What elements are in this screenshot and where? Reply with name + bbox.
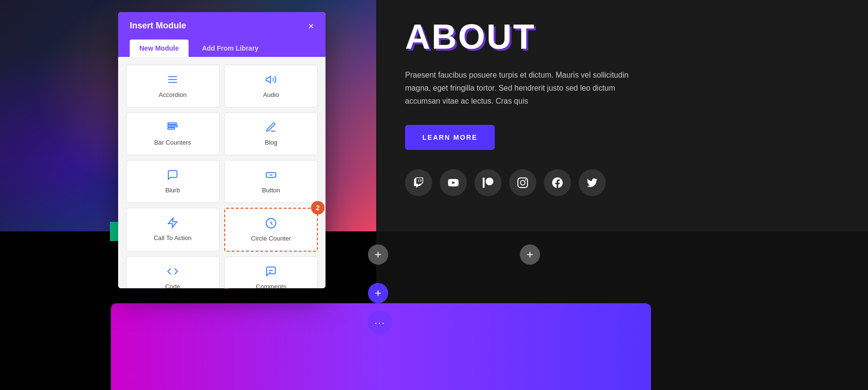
module-item-audio[interactable]: Audio <box>224 65 318 108</box>
module-item-code[interactable]: Code <box>126 256 219 288</box>
accordion-icon <box>167 74 178 87</box>
add-module-button-3[interactable]: + <box>520 244 540 265</box>
add-row-button[interactable]: + <box>368 283 388 303</box>
modal-close-button[interactable]: × <box>308 21 314 31</box>
social-icons-row <box>405 169 839 196</box>
svg-marker-8 <box>168 218 177 228</box>
circle-counter-label: Circle Counter <box>251 235 291 242</box>
tab-add-from-library[interactable]: Add From Library <box>192 40 268 57</box>
code-icon <box>167 266 178 279</box>
tab-new-module[interactable]: New Module <box>130 40 189 57</box>
comments-label: Comments <box>256 283 286 288</box>
twitch-icon[interactable] <box>405 169 432 196</box>
code-label: Code <box>165 283 180 288</box>
more-options-button[interactable]: ··· <box>368 310 392 335</box>
audio-icon <box>265 74 277 87</box>
facebook-icon[interactable] <box>544 169 571 196</box>
button-icon <box>265 169 277 183</box>
button-label: Button <box>262 187 280 194</box>
accordion-label: Accordion <box>159 91 187 98</box>
module-item-circle-counter-wrapper: Circle Counter 2 <box>224 208 318 252</box>
right-content-area: ABOUT Praesent faucibus posuere turpis e… <box>376 0 868 231</box>
circle-counter-badge: 2 <box>311 201 325 215</box>
modal-body: Accordion Audio Bar Counters <box>118 57 326 288</box>
blog-icon <box>265 121 277 135</box>
blurb-label: Blurb <box>165 187 180 194</box>
modal-header: Insert Module × <box>118 12 326 40</box>
svg-rect-4 <box>168 125 177 127</box>
svg-rect-5 <box>168 128 175 129</box>
module-item-button[interactable]: Button <box>224 160 318 203</box>
svg-rect-6 <box>168 123 176 124</box>
learn-more-button[interactable]: LEARN MORE <box>405 125 495 150</box>
patreon-icon[interactable] <box>475 169 502 196</box>
module-item-bar-counters[interactable]: Bar Counters <box>126 112 219 155</box>
module-item-accordion[interactable]: Accordion <box>126 65 219 108</box>
call-to-action-label: Call To Action <box>154 234 192 242</box>
module-item-comments[interactable]: Comments <box>224 256 318 288</box>
insert-module-modal: Insert Module × New Module Add From Libr… <box>118 12 326 288</box>
module-grid: Accordion Audio Bar Counters <box>126 65 318 288</box>
circle-counter-icon <box>265 217 277 231</box>
audio-label: Audio <box>263 91 279 98</box>
add-module-button-2[interactable]: + <box>368 244 388 265</box>
twitter-icon[interactable] <box>579 169 606 196</box>
call-to-action-icon <box>167 217 178 230</box>
youtube-icon[interactable] <box>440 169 467 196</box>
blurb-icon <box>167 169 178 183</box>
bar-counters-icon <box>167 121 178 135</box>
bar-counters-label: Bar Counters <box>154 139 191 146</box>
blog-label: Blog <box>265 139 277 146</box>
svg-marker-3 <box>266 76 271 83</box>
module-item-call-to-action[interactable]: Call To Action <box>126 208 219 252</box>
module-item-circle-counter[interactable]: Circle Counter <box>224 208 318 252</box>
instagram-icon[interactable] <box>509 169 536 196</box>
about-title: ABOUT <box>405 19 839 54</box>
comments-icon <box>265 266 277 279</box>
modal-tabs: New Module Add From Library <box>118 40 326 57</box>
about-description: Praesent faucibus posuere turpis et dict… <box>405 68 637 108</box>
module-item-blurb[interactable]: Blurb <box>126 160 219 203</box>
module-item-blog[interactable]: Blog <box>224 112 318 155</box>
modal-title: Insert Module <box>130 21 186 31</box>
